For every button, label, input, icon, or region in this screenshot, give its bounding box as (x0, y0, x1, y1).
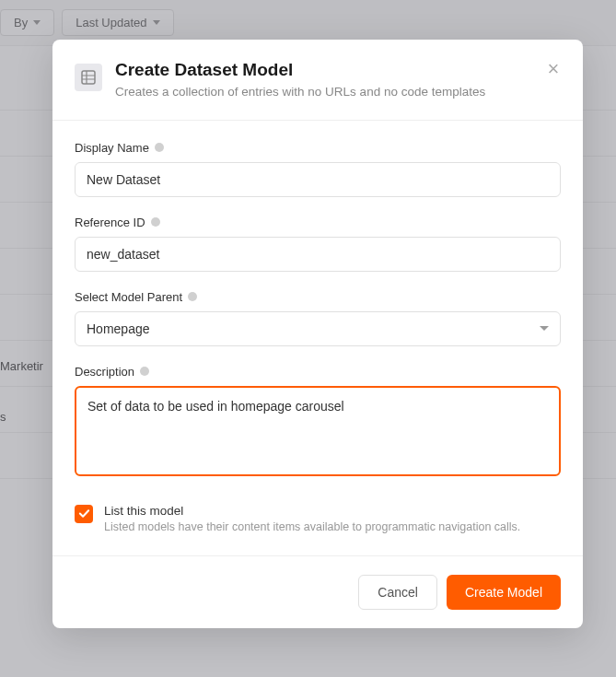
label-text: Display Name (75, 141, 149, 155)
description-label: Description (75, 365, 561, 379)
description-group: Description (75, 365, 561, 480)
info-icon[interactable] (151, 217, 160, 227)
display-name-label: Display Name (75, 141, 561, 155)
cancel-button[interactable]: Cancel (358, 575, 437, 610)
list-model-checkbox[interactable] (75, 505, 93, 523)
svg-rect-0 (82, 71, 95, 84)
checkbox-description: Listed models have their content items a… (104, 519, 561, 536)
info-icon[interactable] (155, 143, 164, 152)
display-name-group: Display Name (75, 141, 561, 197)
modal-title: Create Dataset Model (115, 60, 485, 80)
info-icon[interactable] (188, 292, 197, 301)
checkbox-text-container: List this model Listed models have their… (104, 504, 561, 536)
label-text: Reference ID (75, 216, 145, 229)
close-button[interactable]: × (542, 58, 564, 80)
label-text: Description (75, 365, 134, 379)
modal-header-text: Create Dataset Model Creates a collectio… (115, 60, 485, 101)
reference-id-group: Reference ID (75, 216, 561, 272)
checkbox-title: List this model (104, 504, 561, 518)
display-name-input[interactable] (75, 162, 561, 197)
chevron-down-icon (540, 326, 549, 331)
modal-body: Display Name Reference ID Select Model P… (52, 121, 583, 556)
description-textarea[interactable] (75, 386, 561, 476)
modal-subtitle: Creates a collection of entries with no … (115, 84, 485, 101)
dataset-icon (75, 64, 102, 91)
checkmark-icon (78, 508, 90, 519)
modal-footer: Cancel Create Model (52, 555, 583, 628)
close-icon: × (548, 59, 560, 79)
modal-header: Create Dataset Model Creates a collectio… (52, 40, 583, 120)
list-model-checkbox-row: List this model Listed models have their… (75, 504, 561, 536)
parent-group: Select Model Parent Homepage (75, 290, 561, 346)
reference-id-label: Reference ID (75, 216, 561, 229)
create-model-button[interactable]: Create Model (447, 575, 561, 610)
parent-label: Select Model Parent (75, 290, 561, 304)
select-value: Homepage (87, 321, 150, 336)
info-icon[interactable] (140, 367, 149, 376)
label-text: Select Model Parent (75, 290, 182, 304)
create-dataset-modal: Create Dataset Model Creates a collectio… (52, 40, 583, 628)
parent-select[interactable]: Homepage (75, 311, 561, 346)
reference-id-input[interactable] (75, 237, 561, 272)
